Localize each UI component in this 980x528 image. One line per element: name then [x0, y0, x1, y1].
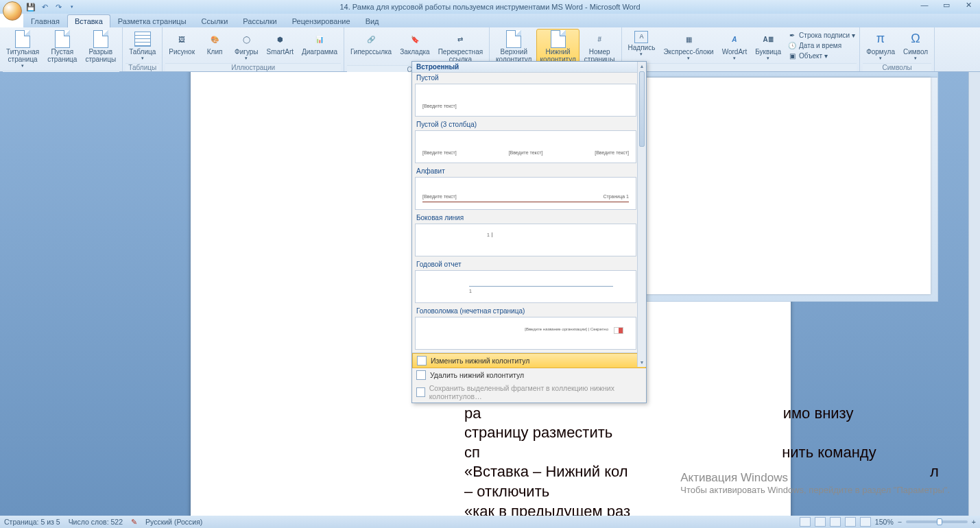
zoom-in-button[interactable]: +	[972, 518, 976, 526]
textbox-label: Надпись	[628, 44, 656, 51]
title-page-button[interactable]: Титульная страница▾	[3, 29, 43, 71]
view-print-layout-button[interactable]	[800, 517, 811, 527]
crossref-button[interactable]: ⇄Перекрестная ссылка	[435, 29, 486, 65]
gallery-item-blank3[interactable]: [Введите текст] [Введите текст] [Введите…	[415, 130, 636, 163]
symbol-label: Символ	[903, 48, 928, 56]
tab-mailings[interactable]: Рассылки	[235, 14, 284, 27]
tab-review[interactable]: Рецензирование	[285, 14, 358, 27]
view-draft-button[interactable]	[860, 517, 871, 527]
gallery-item-blank[interactable]: [Введите текст]	[415, 84, 636, 117]
page-break-label: Разрыв страницы	[85, 48, 116, 63]
gallery-item-blank-label: Пустой	[415, 73, 636, 84]
tab-view[interactable]: Вид	[358, 14, 387, 27]
edit-icon	[417, 356, 427, 365]
equation-icon: π	[871, 31, 890, 47]
equation-button[interactable]: πФормула▾	[863, 29, 898, 63]
gallery-scrollbar[interactable]: ▲ ▼	[637, 62, 646, 367]
quickparts-label: Экспресс-блоки	[663, 48, 713, 56]
office-button[interactable]	[3, 1, 22, 21]
view-web-layout-button[interactable]	[830, 517, 841, 527]
smartart-label: SmartArt	[267, 48, 294, 56]
redo-icon[interactable]: ↷	[53, 2, 63, 12]
datetime-icon: 🕓	[787, 40, 797, 50]
vertical-scrollbar[interactable]	[968, 72, 980, 516]
windows-activation-watermark: Активация Windows Чтобы активировать Win…	[680, 471, 950, 495]
blank-page-button[interactable]: Пустая страница	[44, 29, 80, 65]
close-button[interactable]: ✕	[959, 0, 977, 10]
status-words[interactable]: Число слов: 522	[69, 518, 123, 526]
chart-button[interactable]: 📊Диаграмма	[298, 29, 341, 58]
save-footer-menuitem: Сохранить выделенный фрагмент в коллекци…	[412, 382, 646, 403]
table-button[interactable]: Таблица▾	[126, 29, 159, 63]
tab-home[interactable]: Главная	[23, 14, 67, 27]
datetime-button[interactable]: 🕓Дата и время	[787, 40, 855, 50]
wordart-label: WordArt	[722, 48, 748, 56]
save-footer-label: Сохранить выделенный фрагмент в коллекци…	[429, 384, 642, 400]
gallery-item-alphabet-label: Алфавит	[415, 166, 636, 177]
remove-footer-menuitem[interactable]: Удалить нижний колонтитул	[412, 368, 646, 382]
symbol-button[interactable]: ΩСимвол▾	[900, 29, 931, 63]
picture-button[interactable]: 🖼Рисунок	[165, 29, 198, 58]
scroll-down-icon[interactable]: ▼	[638, 358, 646, 367]
group-illustrations-label: Иллюстрации	[165, 63, 341, 71]
gallery-item-puzzle[interactable]: [Введите название организации] | Секретн…	[415, 317, 636, 350]
hyperlink-button[interactable]: 🔗Гиперссылка	[347, 29, 395, 58]
textbox-button[interactable]: AНадпись▾	[625, 29, 659, 59]
zoom-out-button[interactable]: −	[898, 518, 902, 526]
picture-icon: 🖼	[172, 31, 191, 47]
zoom-slider[interactable]	[906, 520, 968, 523]
ribbon-tabs: Главная Вставка Разметка страницы Ссылки…	[23, 14, 980, 27]
clip-label: Клип	[207, 48, 223, 56]
tab-links[interactable]: Ссылки	[194, 14, 236, 27]
gallery-item-blank3-label: Пустой (3 столбца)	[415, 119, 636, 130]
wordart-button[interactable]: AWordArt▾	[719, 29, 751, 63]
quickparts-button[interactable]: ▦Экспресс-блоки▾	[660, 29, 717, 63]
tab-layout[interactable]: Разметка страницы	[110, 14, 194, 27]
zoom-level[interactable]: 150%	[875, 518, 894, 526]
page-number-icon: #	[590, 31, 609, 47]
view-outline-button[interactable]	[845, 517, 856, 527]
edit-footer-label: Изменить нижний колонтитул	[431, 357, 529, 365]
edit-footer-menuitem[interactable]: Изменить нижний колонтитул	[412, 353, 646, 368]
maximize-button[interactable]: ▭	[937, 0, 955, 10]
object-button[interactable]: ▣Объект ▾	[787, 51, 855, 60]
document-paragraph[interactable]: На этом оформление раXXXXXXXXXXXXXXXXXXX…	[464, 384, 944, 516]
equation-label: Формула	[866, 48, 895, 56]
gallery-item-annual[interactable]: 1	[415, 270, 636, 303]
dropcap-label: Буквица	[755, 48, 781, 56]
chart-label: Диаграмма	[302, 48, 337, 56]
gallery-item-alphabet[interactable]: [Введите текст] Страница 1	[415, 177, 636, 210]
shapes-button[interactable]: ◯Фигуры▾	[231, 29, 261, 63]
status-page[interactable]: Страница: 5 из 5	[4, 518, 60, 526]
gallery-item-sideline[interactable]: 1	[415, 224, 636, 256]
activation-title: Активация Windows	[680, 471, 950, 485]
undo-icon[interactable]: ↶	[40, 2, 49, 12]
scroll-thumb[interactable]	[639, 71, 645, 147]
object-icon: ▣	[787, 51, 797, 60]
smartart-button[interactable]: ⬢SmartArt	[263, 29, 297, 58]
window-title: 14. Рамка для курсовой работы пользуемся…	[339, 3, 640, 11]
status-lang[interactable]: Русский (Россия)	[145, 518, 202, 526]
qat-more-icon[interactable]: ▾	[67, 2, 77, 12]
dropcap-icon: A≣	[758, 31, 778, 47]
view-full-screen-button[interactable]	[815, 517, 826, 527]
scroll-up-icon[interactable]: ▲	[638, 62, 646, 71]
title-page-label: Титульная страница	[6, 48, 39, 63]
chart-icon: 📊	[310, 31, 329, 47]
proofing-icon[interactable]: ✎	[131, 518, 137, 526]
gallery-item-puzzle-label: Головоломка (нечетная страница)	[415, 306, 636, 317]
quick-access-toolbar: 💾 ↶ ↷ ▾	[26, 2, 77, 12]
save-icon[interactable]: 💾	[26, 2, 36, 12]
tab-insert[interactable]: Вставка	[67, 14, 110, 27]
page-break-button[interactable]: Разрыв страницы	[82, 29, 119, 65]
minimize-button[interactable]: —	[916, 0, 933, 10]
signature-button[interactable]: ✒Строка подписи ▾	[787, 30, 855, 40]
save-selection-icon	[416, 387, 425, 397]
bookmark-button[interactable]: 🔖Закладка	[396, 29, 433, 58]
clip-button[interactable]: 🎨Клип	[200, 29, 230, 58]
activation-sub: Чтобы активировать Windows, перейдите в …	[680, 485, 950, 495]
dropcap-button[interactable]: A≣Буквица▾	[752, 29, 785, 63]
bookmark-icon: 🔖	[405, 31, 425, 47]
shapes-label: Фигуры	[235, 48, 258, 56]
clip-icon: 🎨	[205, 31, 224, 47]
